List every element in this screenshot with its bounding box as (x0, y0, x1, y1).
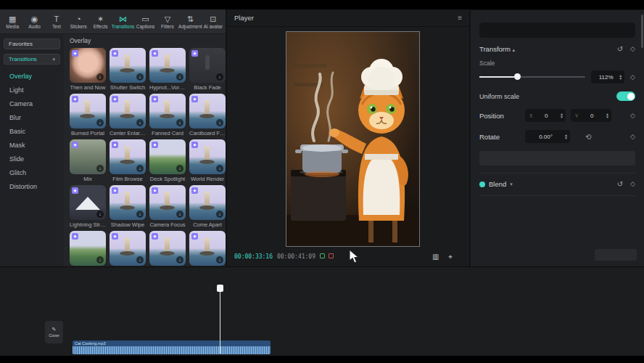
transition-tile[interactable]: ◆↓ (110, 231, 146, 266)
sidebar-item-distortion[interactable]: Distortion (4, 179, 60, 193)
reset-icon[interactable]: ↺ (617, 180, 623, 188)
media-tab-effects[interactable]: ✶Effects (89, 15, 111, 29)
transition-tile[interactable]: ◆↓Mix (70, 139, 106, 182)
reset-icon[interactable]: ↺ (617, 45, 623, 53)
media-tab-label: Filters (161, 24, 174, 29)
transition-tile[interactable]: ◆↓Come Apart (189, 185, 226, 228)
chevron-down-icon[interactable]: ▾ (510, 182, 513, 187)
transition-name: Cardboard Fan (189, 130, 226, 136)
position-y-stepper[interactable]: ▲▼ (606, 113, 609, 119)
pro-badge-icon: ◆ (72, 187, 78, 194)
sidebar-item-camera[interactable]: Camera (4, 97, 60, 110)
position-x-stepper[interactable]: ▲▼ (560, 113, 564, 119)
transition-tile[interactable]: ◆↓World Render (189, 139, 226, 182)
rotate-row: Rotate 0.00° ▲▼ ⟲ ◇ (479, 130, 635, 143)
inspector-scrollbar[interactable] (641, 15, 643, 48)
download-icon: ↓ (216, 256, 223, 264)
media-tab-audio[interactable]: ◉Audio (23, 15, 45, 29)
cover-button[interactable]: ✎ Cover (45, 321, 63, 343)
sidebar-item-overlay[interactable]: Overlay (4, 69, 60, 83)
rotate-reset-icon[interactable]: ⟲ (585, 133, 591, 141)
media-tab-ai-avatar[interactable]: ⊡AI avatar (202, 15, 224, 29)
transition-tile[interactable]: ◆↓Deck Spotlight (149, 139, 186, 182)
sidebar-item-blur[interactable]: Blur (4, 110, 60, 124)
media-tab-label: Adjustment (178, 24, 202, 29)
category-selector[interactable]: Transitions ▾ (4, 54, 60, 65)
transition-tile[interactable]: ◆↓Hypnot...Vortex (149, 48, 186, 91)
transition-thumbnail: ◆↓ (70, 139, 106, 174)
rotate-value-box[interactable]: 0.00° ▲▼ (525, 130, 570, 143)
transition-tile[interactable]: ◆↓Camera Focus (149, 185, 186, 228)
pro-badge-icon: ◆ (191, 50, 198, 57)
transition-name: Deck Spotlight (149, 176, 186, 182)
sidebar-item-slide[interactable]: Slide (4, 152, 60, 166)
scale-stepper[interactable]: ▲▼ (619, 74, 622, 81)
media-tab-transitions[interactable]: ⋈Transitions (112, 15, 135, 29)
position-x-box[interactable]: X 0 ▲▼ (525, 109, 566, 122)
panel-footer-button[interactable] (595, 249, 637, 261)
media-tab-captions[interactable]: ▭Captions (134, 15, 156, 29)
scale-slider-knob[interactable] (514, 73, 521, 80)
player-panel: Player ≡ (227, 9, 469, 266)
media-tab-filters[interactable]: ▽Filters (157, 15, 178, 29)
media-tab-label: Stickers (70, 24, 87, 29)
sidebar-item-light[interactable]: Light (4, 83, 60, 97)
transition-tile[interactable]: ◆↓Then and Now (70, 48, 106, 91)
sidebar-item-glitch[interactable]: Glitch (4, 166, 60, 179)
audio-clip[interactable]: Cat Cooking.mp3 (73, 340, 271, 354)
keyframe-icon[interactable]: ◇ (630, 133, 635, 140)
media-tab-text[interactable]: TText (46, 15, 67, 29)
edit-pen-icon: ✎ (52, 327, 57, 333)
media-tab-stickers[interactable]: ◔Stickers (67, 15, 89, 29)
scale-value-box[interactable]: 112% ▲▼ (591, 70, 624, 83)
media-tab-adjustment[interactable]: ⇅Adjustment (178, 15, 202, 29)
pro-badge-icon: ◆ (152, 187, 158, 194)
transition-tile[interactable]: ◆↓Burned Portal (70, 94, 106, 136)
media-tab-label: Transitions (112, 24, 135, 29)
pro-badge-icon: ◆ (191, 187, 198, 194)
position-y-box[interactable]: Y 0 ▲▼ (571, 109, 611, 122)
transition-tile[interactable]: ◆↓Cardboard Fan (189, 94, 226, 136)
keyframe-icon[interactable]: ◇ (630, 112, 635, 119)
transition-thumbnail: ◆↓ (149, 185, 186, 220)
snap-icon[interactable]: ⌖ (448, 253, 453, 261)
audio-clip-label: Cat Cooking.mp3 (73, 340, 271, 346)
sidebar-item-basic[interactable]: Basic (4, 124, 60, 138)
download-icon: ↓ (176, 211, 183, 218)
keyframe-icon[interactable]: ◇ (630, 180, 635, 188)
preview-canvas[interactable] (286, 32, 419, 246)
blend-enabled-dot[interactable] (479, 182, 485, 187)
uniform-scale-toggle[interactable] (616, 91, 635, 101)
transition-tile[interactable]: ◆↓Fanned Card (149, 94, 186, 136)
favorites-button[interactable]: Favorites (4, 38, 60, 49)
keyframe-icon[interactable]: ◇ (630, 45, 635, 53)
transition-tile[interactable]: ◆↓Shutter Switch (110, 48, 146, 91)
ratio-icon[interactable]: ▥ (432, 253, 439, 261)
sidebar-item-mask[interactable]: Mask (4, 138, 60, 152)
transition-name: Mix (70, 176, 106, 182)
transition-tile[interactable]: ◆↓ (149, 231, 186, 266)
transition-tile[interactable]: ◆↓ (189, 231, 226, 266)
cover-label: Cover (49, 333, 59, 338)
transitions-grid-area: Overlay ◆↓Then and Now◆↓Shutter Switch◆↓… (64, 34, 226, 266)
transition-tile[interactable]: ◆↓ (70, 231, 106, 266)
stickers-icon: ◔ (76, 15, 81, 23)
scale-slider[interactable] (479, 76, 585, 78)
timeline-ruler[interactable] (0, 285, 644, 293)
transition-tile[interactable]: ◆↓Center Enlarge (110, 94, 146, 136)
transition-tile[interactable]: ◆↓Shadow Wipe (110, 185, 146, 228)
media-tab-media[interactable]: ▦Media (1, 15, 23, 29)
download-icon: ↓ (96, 211, 104, 218)
media-library-panel: ▦Media◉AudioTText◔Stickers✶Effects⋈Trans… (0, 9, 226, 266)
transition-tile[interactable]: ◆↓Lightning Strike (70, 185, 106, 228)
out-marker-icon (329, 253, 334, 258)
transition-tile[interactable]: ◆↓Black Fade (189, 48, 226, 91)
download-icon: ↓ (176, 165, 183, 172)
keyframe-icon[interactable]: ◇ (630, 73, 635, 81)
player-menu-icon[interactable]: ≡ (458, 14, 462, 22)
download-icon: ↓ (176, 119, 183, 126)
rotate-stepper[interactable]: ▲▼ (564, 134, 568, 140)
transition-tile[interactable]: ◆↓Film Browse (110, 139, 146, 182)
transition-name: Hypnot...Vortex (149, 84, 186, 91)
playhead-handle[interactable] (217, 285, 223, 292)
